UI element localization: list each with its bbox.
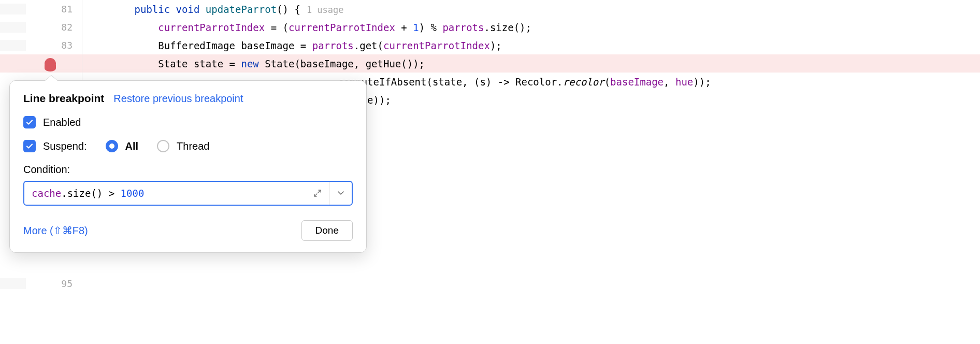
done-button[interactable]: Done [301,220,353,241]
suspend-thread-label: Thread [177,140,209,152]
code-text[interactable]: BufferedImage baseImage = parrots.get(cu… [83,40,502,51]
usage-hint[interactable]: 1 usage [307,5,344,15]
code-line[interactable]: 83 BufferedImage baseImage = parrots.get… [0,36,980,54]
chevron-down-icon[interactable] [329,182,352,205]
code-text[interactable]: currentParrotIndex = (currentParrotIndex… [83,22,531,33]
restore-breakpoint-link[interactable]: Restore previous breakpoint [113,93,243,105]
code-text[interactable]: State state = new State(baseImage, getHu… [83,58,425,69]
more-link[interactable]: More (⇧⌘F8) [23,224,88,237]
condition-input[interactable]: cache.size() > 1000 [23,181,353,206]
code-line[interactable]: State state = new State(baseImage, getHu… [0,54,980,73]
code-line[interactable]: 81 public void updateParrot() {1 usage [0,0,980,18]
popup-title: Line breakpoint [23,92,104,105]
condition-label: Condition: [23,164,353,176]
suspend-label: Suspend: [43,140,87,152]
expand-icon[interactable] [306,182,329,205]
suspend-all-label: All [125,140,139,152]
breakpoint-icon[interactable] [45,58,56,69]
code-text[interactable]: public void updateParrot() {1 usage [83,4,344,15]
suspend-thread-radio[interactable] [157,140,169,152]
enabled-checkbox[interactable] [23,116,36,128]
line-number: 81 [61,4,73,15]
gutter: 95 [0,278,83,289]
suspend-checkbox[interactable] [23,140,36,152]
line-number: 95 [61,278,73,289]
suspend-all-radio[interactable] [106,140,118,152]
enabled-label: Enabled [43,117,81,128]
line-number: 82 [61,22,73,33]
code-line[interactable]: 82 currentParrotIndex = (currentParrotIn… [0,18,980,36]
breakpoint-popup: Line breakpoint Restore previous breakpo… [9,80,367,253]
gutter[interactable]: 81 [0,4,83,15]
gutter[interactable]: 82 [0,22,83,33]
gutter[interactable]: 83 [0,40,83,51]
line-number: 83 [61,40,73,51]
code-line: 95 [0,275,980,293]
